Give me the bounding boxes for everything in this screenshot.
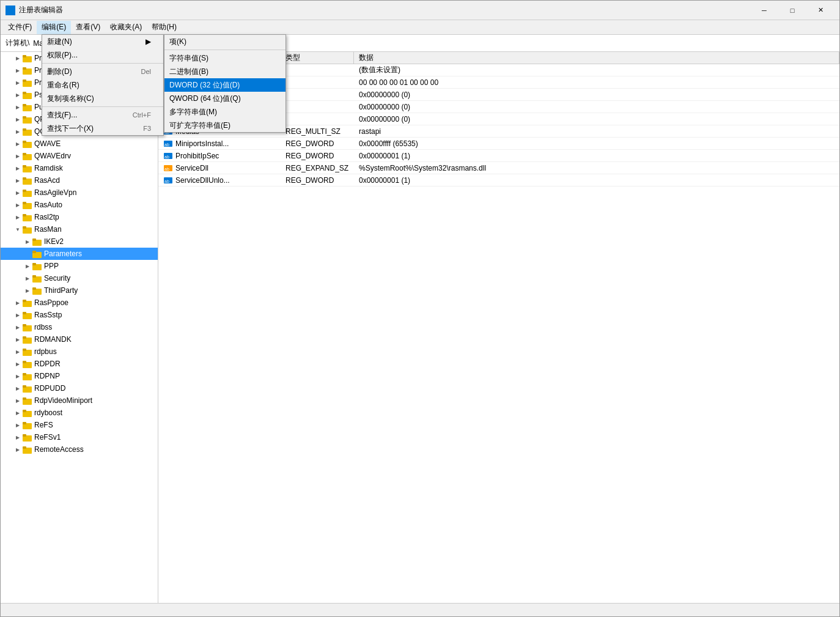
tree-item[interactable]: ▶ RemoteAccess bbox=[1, 443, 158, 456]
detail-row[interactable]: ab MiniportsInstal... REG_DWORD 0x0000ff… bbox=[158, 138, 839, 150]
collapse-icon[interactable]: ▶ bbox=[23, 286, 32, 295]
collapse-icon[interactable]: ▶ bbox=[13, 127, 23, 136]
collapse-icon[interactable]: ▶ bbox=[13, 151, 23, 161]
tree-item[interactable]: ▶ rdpbus bbox=[1, 345, 158, 358]
menu-edit[interactable]: 编辑(E) bbox=[37, 21, 71, 34]
tree-item[interactable]: ▶ RasAuto bbox=[1, 199, 158, 211]
tree-item[interactable]: ▶ rdbss bbox=[1, 321, 158, 333]
collapse-icon[interactable]: ▶ bbox=[13, 114, 23, 124]
menu-help[interactable]: 帮助(H) bbox=[147, 21, 182, 34]
tree-item[interactable]: ▶ Security bbox=[1, 272, 158, 284]
collapse-icon[interactable]: ▶ bbox=[13, 53, 23, 63]
collapse-icon[interactable]: ▶ bbox=[13, 139, 23, 149]
tree-item[interactable]: ▶ RDPDR bbox=[1, 358, 158, 370]
collapse-icon[interactable]: ▶ bbox=[13, 322, 23, 332]
tree-item[interactable]: ▶ IKEv2 bbox=[1, 235, 158, 248]
edit-menu-dropdown[interactable]: 新建(N) ▶ 权限(P)... 删除(D) Del 重命名(R) 复制项名称(… bbox=[42, 34, 164, 136]
collapse-icon[interactable]: ▶ bbox=[13, 65, 23, 75]
collapse-icon[interactable]: ▶ bbox=[13, 298, 23, 308]
new-submenu[interactable]: 项(K) 字符串值(S) 二进制值(B) DWORD (32 位)值(D) QW… bbox=[164, 34, 286, 133]
collapse-icon[interactable]: ▶ bbox=[13, 163, 23, 173]
tree-item-label: Rasl2tp bbox=[34, 213, 59, 221]
collapse-icon[interactable]: ▶ bbox=[13, 383, 23, 393]
menu-edit-find-next[interactable]: 查找下一个(X) F3 bbox=[42, 122, 163, 135]
menu-file[interactable]: 文件(F) bbox=[3, 21, 37, 34]
maximize-button[interactable]: □ bbox=[778, 1, 806, 20]
svg-rect-33 bbox=[23, 226, 26, 229]
collapse-icon[interactable]: ▶ bbox=[13, 200, 23, 210]
cell-type bbox=[281, 101, 354, 113]
menu-edit-new[interactable]: 新建(N) ▶ bbox=[42, 35, 163, 48]
tree-item[interactable]: ▼ RasMan bbox=[1, 223, 158, 235]
collapse-icon[interactable]: ▶ bbox=[13, 90, 23, 100]
menu-edit-find[interactable]: 查找(F)... Ctrl+F bbox=[42, 108, 163, 122]
folder-icon bbox=[23, 323, 32, 331]
minimize-button[interactable]: ─ bbox=[750, 1, 778, 20]
menu-edit-rename[interactable]: 重命名(R) bbox=[42, 78, 163, 92]
tree-item[interactable]: ▶ RDPUDD bbox=[1, 382, 158, 394]
menu-edit-copy-key[interactable]: 复制项名称(C) bbox=[42, 92, 163, 105]
detail-row[interactable]: ab ServiceDll REG_EXPAND_SZ %SystemRoot%… bbox=[158, 162, 839, 174]
collapse-icon[interactable]: ▶ bbox=[13, 310, 23, 320]
tree-item[interactable]: ▶ Ramdisk bbox=[1, 162, 158, 174]
collapse-icon[interactable]: ▶ bbox=[13, 212, 23, 222]
folder-icon bbox=[23, 213, 32, 221]
collapse-icon[interactable]: ▶ bbox=[13, 432, 23, 442]
collapse-icon[interactable]: ▶ bbox=[23, 237, 32, 246]
detail-row[interactable]: ab ProhibitIpSec REG_DWORD 0x00000001 (1… bbox=[158, 150, 839, 162]
tree-item[interactable]: ▶ RDPNP bbox=[1, 370, 158, 382]
folder-icon bbox=[23, 396, 32, 405]
tree-item[interactable]: ▶ QWAVE bbox=[1, 138, 158, 150]
menu-edit-permissions[interactable]: 权限(P)... bbox=[42, 48, 163, 62]
collapse-icon[interactable]: ▶ bbox=[13, 420, 23, 430]
menu-edit-delete[interactable]: 删除(D) Del bbox=[42, 65, 163, 78]
expand-icon[interactable]: ▼ bbox=[13, 224, 23, 234]
collapse-icon[interactable]: ▶ bbox=[13, 408, 23, 418]
tree-item[interactable]: ▶ RdpVideoMiniport bbox=[1, 394, 158, 407]
tree-item[interactable]: ▶ RasAgileVpn bbox=[1, 187, 158, 199]
collapse-icon[interactable]: ▶ bbox=[23, 261, 32, 271]
tree-item[interactable]: ▶ PPP bbox=[1, 260, 158, 272]
tree-item[interactable]: ▶ Rasl2tp bbox=[1, 211, 158, 223]
tree-item[interactable]: Parameters bbox=[1, 248, 158, 260]
new-dword[interactable]: DWORD (32 位)值(D) bbox=[164, 78, 286, 92]
tree-item[interactable]: ▶ ReFS bbox=[1, 419, 158, 431]
new-multistring[interactable]: 多字符串值(M) bbox=[164, 105, 286, 119]
tree-item[interactable]: ▶ ThirdParty bbox=[1, 284, 158, 297]
app-icon bbox=[6, 6, 15, 15]
svg-rect-47 bbox=[23, 312, 26, 314]
collapse-icon[interactable]: ▶ bbox=[13, 78, 23, 87]
tree-item[interactable]: ▶ RasAcd bbox=[1, 174, 158, 187]
new-expandstring[interactable]: 可扩充字符串值(E) bbox=[164, 119, 286, 132]
menu-favorites[interactable]: 收藏夹(A) bbox=[105, 21, 147, 34]
collapse-icon[interactable]: ▶ bbox=[13, 359, 23, 369]
close-button[interactable]: ✕ bbox=[806, 1, 834, 20]
new-string[interactable]: 字符串值(S) bbox=[164, 51, 286, 65]
collapse-icon[interactable]: ▶ bbox=[23, 273, 32, 283]
tree-item[interactable]: ▶ RasPppoe bbox=[1, 297, 158, 309]
tree-item-label: RDPDR bbox=[34, 360, 61, 368]
tree-item[interactable]: ▶ QWAVEdrv bbox=[1, 150, 158, 162]
new-key[interactable]: 项(K) bbox=[164, 35, 286, 48]
collapse-icon[interactable]: ▶ bbox=[13, 175, 23, 185]
collapse-icon[interactable]: ▶ bbox=[13, 371, 23, 381]
cell-type bbox=[281, 76, 354, 88]
status-bar bbox=[1, 603, 839, 616]
new-qword[interactable]: QWORD (64 位)值(Q) bbox=[164, 92, 286, 105]
collapse-icon[interactable]: ▶ bbox=[13, 334, 23, 344]
new-binary[interactable]: 二进制值(B) bbox=[164, 65, 286, 78]
collapse-icon[interactable]: ▶ bbox=[13, 102, 23, 112]
collapse-icon[interactable]: ▶ bbox=[13, 445, 23, 454]
collapse-icon[interactable]: ▶ bbox=[13, 347, 23, 357]
cell-type: REG_MULTI_SZ bbox=[281, 125, 354, 137]
tree-item[interactable]: ▶ RDMANDK bbox=[1, 333, 158, 345]
tree-item[interactable]: ▶ ReFSv1 bbox=[1, 431, 158, 443]
detail-row[interactable]: ab ServiceDllUnlo... REG_DWORD 0x0000000… bbox=[158, 174, 839, 187]
svg-text:ab: ab bbox=[164, 167, 169, 171]
col-type: 类型 bbox=[281, 52, 354, 64]
collapse-icon[interactable]: ▶ bbox=[13, 188, 23, 198]
tree-item[interactable]: ▶ rdyboost bbox=[1, 407, 158, 419]
tree-item[interactable]: ▶ RasSstp bbox=[1, 309, 158, 321]
collapse-icon[interactable]: ▶ bbox=[13, 396, 23, 405]
menu-view[interactable]: 查看(V) bbox=[71, 21, 105, 34]
